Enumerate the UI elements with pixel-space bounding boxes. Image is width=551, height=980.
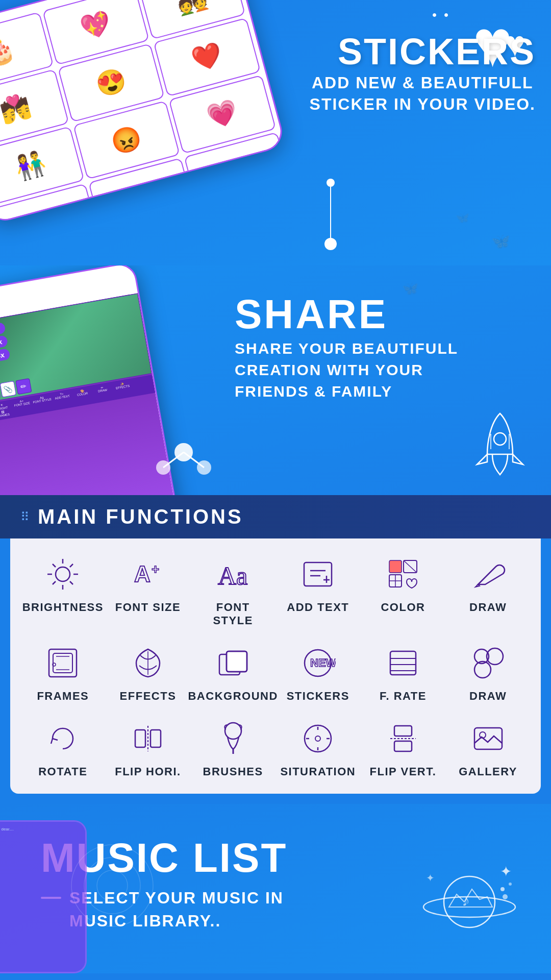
add-text-icon [297,554,338,595]
frames-icon [42,643,83,683]
effects-icon [128,643,168,683]
brightness-icon [42,554,83,595]
svg-line-14 [70,581,73,584]
ctrl-draw[interactable]: ✏DRAW [92,384,113,394]
rocket-decoration [469,408,531,480]
share-section: 8x 6x 4x 05:30 💗 💮 📎 ✏ 🔵NONE ☀BRIGHT A+ [0,265,551,495]
ctrl-fontstyle[interactable]: AgFONT STYLE [32,395,52,404]
functions-row-3: ROTATE FLIP HORI. BRUSHES SITURATION [20,718,531,778]
function-frate[interactable]: F. RATE [365,643,441,703]
share-title: SHARE [235,291,531,338]
flip-v-label: FLIP VERT. [370,765,437,778]
share-node-decoration [153,427,214,480]
stickers-title: STICKERS [310,31,536,72]
sticker-text-area: STICKERS ADD NEW & BEAUTIFULL STICKER IN… [310,31,536,115]
frate-label: F. RATE [380,690,427,703]
svg-rect-42 [135,730,145,747]
function-frames[interactable]: FRAMES [24,643,101,703]
rotate-label: ROTATE [38,765,87,778]
font-style-label: FONT STYLE [195,601,271,627]
butterfly-share-deco: 🦋 [402,281,418,297]
function-background[interactable]: BACKGROUND [195,643,271,703]
font-size-label: FONT SIZE [115,601,181,614]
ctrl-frames[interactable]: 🖼FRAMES [0,409,13,419]
add-text-label: ADD TEXT [287,601,349,614]
svg-point-65 [509,883,512,886]
svg-text:NEW: NEW [310,656,336,669]
svg-text:+: + [152,561,159,577]
svg-point-52 [315,736,320,741]
thumb-edit: ✏ [15,378,32,395]
svg-rect-31 [227,651,247,672]
stickers-func-icon: NEW [297,643,338,683]
function-font-size[interactable]: A+ FONT SIZE [110,554,186,627]
stickers-section: ♥ ♥ ● ● 🎂 💖 💑 💏 😍 ❤️ 👫 😡 💗 LOVE I♥U 😘 ST… [0,0,551,265]
svg-rect-23 [389,560,402,573]
functions-header-title: MAIN FUNCTIONS [38,505,243,528]
svg-rect-35 [390,651,416,675]
flip-h-label: FLIP HORI. [115,765,181,778]
function-color[interactable]: COLOR [365,554,441,627]
svg-rect-53 [394,726,412,736]
functions-header: ⠿ MAIN FUNCTIONS [0,495,551,538]
svg-text:A: A [134,561,151,586]
function-rotate[interactable]: ROTATE [24,718,101,778]
flip-v-icon [383,718,423,759]
function-stickers[interactable]: NEW STICKERS [280,643,356,703]
function-gallery[interactable]: GALLERY [450,718,527,778]
share-text-area: SHARE SHARE YOUR BEAUTIFULL CREATION WIT… [235,291,531,402]
stickers-func-label: STICKERS [287,690,349,703]
function-effects[interactable]: EFFECTS [110,643,186,703]
frames-label: FRAMES [37,690,89,703]
ctrl-color[interactable]: 🎨COLOR [72,387,92,397]
function-flip-v[interactable]: FLIP VERT. [365,718,441,778]
function-brushes[interactable]: BRUSHES [195,718,271,778]
functions-grid: BRIGHTNESS A+ FONT SIZE Aa FONT STYLE AD… [10,538,541,794]
brushes-icon [213,718,254,759]
music-section: ...my dear.... MUSIC LIST SELECT YOUR MU… [0,804,551,973]
svg-text:✦: ✦ [426,872,435,884]
svg-point-8 [56,567,70,581]
situation-label: SITURATION [280,765,356,778]
svg-text:✦: ✦ [500,864,512,879]
function-draw[interactable]: DRAW [450,554,527,627]
ctrl-effects[interactable]: ✨EFFECTS [112,380,133,390]
svg-text:♪: ♪ [462,891,470,910]
rotate-icon [42,718,83,759]
font-style-icon: Aa [213,554,254,595]
brightness-label: BRIGHTNESS [22,601,104,614]
svg-point-66 [503,894,508,899]
function-brightness[interactable]: BRIGHTNESS [24,554,101,627]
gallery-label: GALLERY [459,765,517,778]
svg-line-25 [404,560,417,573]
sticker-grid: 🎂 💖 💑 💏 😍 ❤️ 👫 😡 💗 LOVE I♥U 😘 [0,0,287,225]
svg-rect-56 [474,728,502,749]
ctrl-addtext[interactable]: T+ADD TEXT [52,391,72,401]
connector-decoration [324,179,337,250]
ctrl-fontsize[interactable]: A+FONT SIZE [12,398,32,408]
function-situation[interactable]: SITURATION [280,718,356,778]
draw-label: DRAW [469,601,507,614]
butterfly-deco-2: 🦋 [456,211,469,225]
svg-line-13 [53,564,56,567]
music-deco-circles [61,835,163,939]
background-label: BACKGROUND [188,690,278,703]
music-planet-decoration: ✦ ✦ ♪ [418,861,520,943]
function-add-text[interactable]: ADD TEXT [280,554,356,627]
draw2-icon [468,643,509,683]
svg-line-15 [70,564,73,567]
function-flip-h[interactable]: FLIP HORI. [110,718,186,778]
rocket-icon-svg [469,408,531,480]
dots-deco: ● ● [432,10,449,19]
functions-row-1: BRIGHTNESS A+ FONT SIZE Aa FONT STYLE AD… [20,554,531,627]
effects-label: EFFECTS [120,690,177,703]
function-font-style[interactable]: Aa FONT STYLE [195,554,271,627]
thumb-sticker-3: 📎 [0,381,16,397]
functions-section: ⠿ MAIN FUNCTIONS BRIGHTNESS A+ FONT SIZE… [0,495,551,804]
functions-header-dots: ⠿ [20,510,30,524]
gallery-icon [468,718,509,759]
svg-point-64 [500,887,505,891]
planet-svg: ✦ ✦ ♪ [418,861,520,943]
function-draw2[interactable]: DRAW [450,643,527,703]
draw-icon [468,554,509,595]
